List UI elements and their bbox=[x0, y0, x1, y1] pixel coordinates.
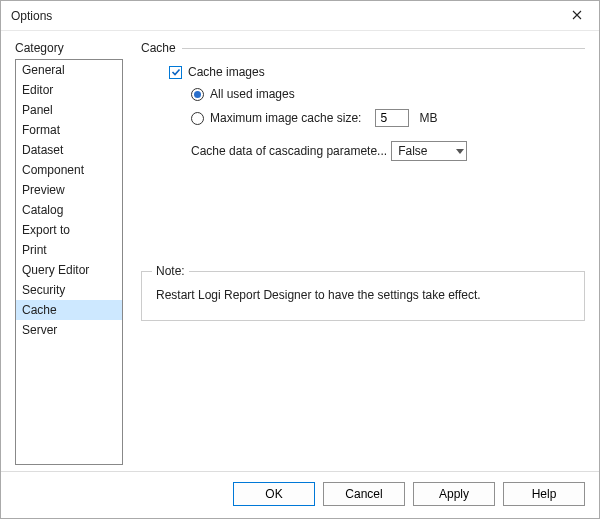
note-text: Restart Logi Report Designer to have the… bbox=[156, 288, 570, 302]
radio-all-label: All used images bbox=[210, 87, 295, 101]
category-item-catalog[interactable]: Catalog bbox=[16, 200, 122, 220]
apply-button[interactable]: Apply bbox=[413, 482, 495, 506]
cache-form: Cache images All used images Maximum ima… bbox=[141, 65, 585, 161]
ok-button[interactable]: OK bbox=[233, 482, 315, 506]
cache-images-radio-group: All used images Maximum image cache size… bbox=[169, 87, 585, 127]
dialog-footer: OK Cancel Apply Help bbox=[1, 471, 599, 518]
radio-max-label: Maximum image cache size: bbox=[210, 111, 361, 125]
cache-images-checkbox[interactable] bbox=[169, 66, 182, 79]
category-label: Category bbox=[15, 41, 123, 55]
category-item-print[interactable]: Print bbox=[16, 240, 122, 260]
category-column: Category GeneralEditorPanelFormatDataset… bbox=[15, 41, 123, 465]
category-item-cache[interactable]: Cache bbox=[16, 300, 122, 320]
cancel-button[interactable]: Cancel bbox=[323, 482, 405, 506]
cascading-param-select[interactable]: False bbox=[391, 141, 467, 161]
close-icon bbox=[572, 9, 582, 23]
category-item-panel[interactable]: Panel bbox=[16, 100, 122, 120]
category-item-preview[interactable]: Preview bbox=[16, 180, 122, 200]
section-header: Cache bbox=[141, 41, 585, 55]
note-legend: Note: bbox=[152, 264, 189, 278]
category-item-dataset[interactable]: Dataset bbox=[16, 140, 122, 160]
radio-all[interactable] bbox=[191, 88, 204, 101]
note-fieldset: Note: Restart Logi Report Designer to ha… bbox=[141, 271, 585, 321]
category-item-server[interactable]: Server bbox=[16, 320, 122, 340]
category-item-editor[interactable]: Editor bbox=[16, 80, 122, 100]
cache-size-unit: MB bbox=[419, 111, 437, 125]
section-title: Cache bbox=[141, 41, 176, 55]
window-title: Options bbox=[11, 9, 555, 23]
cascading-param-value: False bbox=[398, 144, 427, 158]
category-item-export-to[interactable]: Export to bbox=[16, 220, 122, 240]
category-item-security[interactable]: Security bbox=[16, 280, 122, 300]
section-rule bbox=[182, 48, 585, 49]
category-item-general[interactable]: General bbox=[16, 60, 122, 80]
radio-all-row[interactable]: All used images bbox=[191, 87, 585, 101]
category-item-component[interactable]: Component bbox=[16, 160, 122, 180]
titlebar: Options bbox=[1, 1, 599, 31]
settings-column: Cache Cache images All used images Maxim… bbox=[141, 41, 585, 465]
radio-max-row[interactable]: Maximum image cache size: MB bbox=[191, 109, 585, 127]
dialog-body: Category GeneralEditorPanelFormatDataset… bbox=[1, 31, 599, 471]
category-item-format[interactable]: Format bbox=[16, 120, 122, 140]
cache-size-input[interactable] bbox=[375, 109, 409, 127]
cache-images-row[interactable]: Cache images bbox=[169, 65, 585, 79]
cascading-param-row: Cache data of cascading paramete... Fals… bbox=[169, 141, 585, 161]
radio-max[interactable] bbox=[191, 112, 204, 125]
help-button[interactable]: Help bbox=[503, 482, 585, 506]
chevron-down-icon bbox=[456, 149, 464, 154]
cascading-param-label: Cache data of cascading paramete... bbox=[191, 144, 387, 158]
cache-images-label: Cache images bbox=[188, 65, 265, 79]
category-item-query-editor[interactable]: Query Editor bbox=[16, 260, 122, 280]
category-list[interactable]: GeneralEditorPanelFormatDatasetComponent… bbox=[15, 59, 123, 465]
close-button[interactable] bbox=[555, 1, 599, 31]
